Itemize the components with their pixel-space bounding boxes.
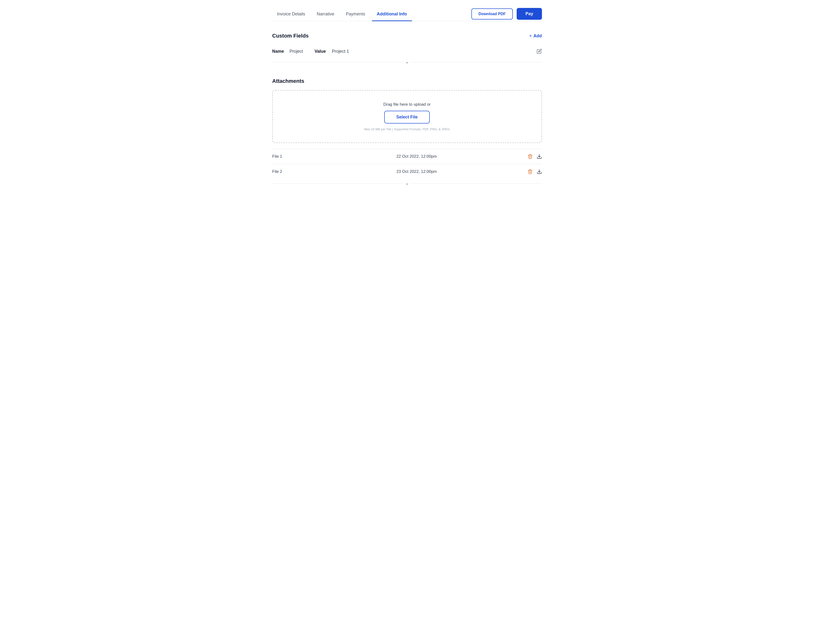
attachments-header: Attachments [272, 78, 542, 84]
value-pair: Value Project 1 [315, 49, 525, 54]
custom-fields-title: Custom Fields [272, 33, 309, 39]
custom-fields-divider: ⌄ [272, 58, 542, 66]
attachments-divider: ⌄ [272, 179, 542, 188]
tab-narrative[interactable]: Narrative [312, 8, 339, 21]
edit-custom-field-button[interactable] [537, 49, 542, 54]
download-file-button[interactable] [537, 154, 542, 159]
name-field-value: Project [290, 49, 303, 54]
attachments-section: Attachments Drag file here to upload or … [272, 78, 542, 188]
tab-invoice-details[interactable]: Invoice Details [272, 8, 310, 21]
plus-icon: + [529, 33, 532, 39]
add-custom-field-button[interactable]: + Add [529, 33, 542, 39]
tab-list: Invoice Details Narrative Payments Addit… [272, 8, 471, 21]
value-field-value: Project 1 [332, 49, 349, 54]
drop-zone-text: Drag file here to upload or [383, 102, 431, 107]
file-date: 22 Oct 2022, 12:00pm [306, 154, 527, 159]
custom-fields-header: Custom Fields + Add [272, 33, 542, 39]
value-field-label: Value [315, 49, 329, 54]
drop-zone-hint: Max 10 MB per File | Supported Formats: … [364, 127, 450, 131]
delete-file-button[interactable] [527, 154, 533, 159]
download-icon [537, 154, 542, 159]
file-actions [527, 169, 542, 174]
header-actions: Download PDF Pay [471, 8, 542, 21]
file-actions [527, 154, 542, 159]
download-icon [537, 169, 542, 174]
file-name: File 2 [272, 169, 306, 174]
tab-navigation: Invoice Details Narrative Payments Addit… [272, 8, 542, 21]
expand-attachments-button[interactable]: ⌄ [403, 180, 411, 186]
file-name: File 1 [272, 154, 306, 159]
file-date: 23 Oct 2022, 12:00pm [306, 169, 527, 174]
file-row: File 2 23 Oct 2022, 12:00pm [272, 164, 542, 179]
page-container: Invoice Details Narrative Payments Addit… [263, 0, 552, 203]
custom-field-row: Name Project Value Project 1 [272, 45, 542, 58]
custom-fields-section: Custom Fields + Add Name Project Value P… [272, 33, 542, 66]
edit-icon [537, 49, 542, 54]
trash-icon [527, 169, 533, 174]
add-label: Add [533, 34, 542, 38]
trash-icon [527, 154, 533, 159]
download-pdf-button[interactable]: Download PDF [471, 8, 513, 20]
pay-button[interactable]: Pay [517, 8, 542, 20]
select-file-button[interactable]: Select File [384, 111, 430, 124]
name-pair: Name Project [272, 49, 303, 54]
download-file-2-button[interactable] [537, 169, 542, 174]
tab-payments[interactable]: Payments [341, 8, 370, 21]
drop-zone[interactable]: Drag file here to upload or Select File … [272, 90, 542, 143]
attachments-title: Attachments [272, 78, 304, 84]
file-row: File 1 22 Oct 2022, 12:00pm [272, 149, 542, 164]
delete-file-2-button[interactable] [527, 169, 533, 174]
tab-additional-info[interactable]: Additional Info [372, 8, 412, 21]
expand-custom-fields-button[interactable]: ⌄ [403, 59, 411, 64]
name-field-label: Name [272, 49, 287, 54]
